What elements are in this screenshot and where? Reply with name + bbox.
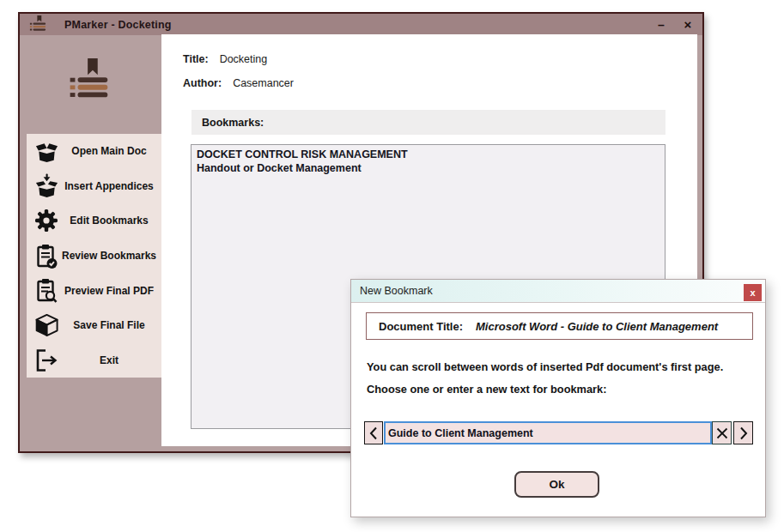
title-label: Title: — [183, 53, 209, 65]
sidebar-item-insert-appendices[interactable]: Insert Appendices — [27, 169, 161, 204]
sidebar-item-label: Edit Bookmarks — [60, 215, 161, 227]
previous-word-button[interactable] — [364, 421, 383, 444]
insert-box-icon — [33, 173, 60, 199]
sidebar-item-label: Preview Final PDF — [60, 285, 161, 297]
sidebar-item-edit-bookmarks[interactable]: Edit Bookmarks — [27, 203, 161, 239]
app-logo-icon — [27, 15, 50, 34]
clipboard-search-icon — [33, 278, 60, 304]
sidebar-logo-icon — [66, 57, 116, 105]
bookmark-text-input[interactable] — [384, 421, 712, 444]
window-title: PMarker - Docketing — [64, 19, 172, 31]
doc-author-row: Author:Casemancer — [183, 77, 294, 89]
minimize-button[interactable]: – — [648, 14, 674, 35]
clipboard-check-icon — [33, 243, 60, 269]
gear-icon — [33, 208, 60, 233]
dialog-title: New Bookmark — [360, 285, 433, 297]
bookmarks-label: Bookmarks: — [202, 117, 264, 129]
dialog-close-button[interactable]: x — [744, 284, 762, 301]
author-label: Author: — [183, 77, 222, 89]
document-title-value: Microsoft Word - Guide to Client Managem… — [476, 320, 718, 333]
exit-icon — [33, 348, 60, 373]
document-title-label: Document Title: — [379, 320, 463, 333]
main-titlebar[interactable]: PMarker - Docketing – × — [20, 14, 702, 35]
chevron-right-icon — [738, 426, 749, 440]
sidebar-item-open-main-doc[interactable]: Open Main Doc — [27, 134, 161, 169]
next-word-button[interactable] — [733, 421, 753, 444]
title-value: Docketing — [220, 53, 268, 65]
ok-button[interactable]: Ok — [514, 471, 599, 498]
sidebar-item-save-final-file[interactable]: Save Final File — [27, 308, 161, 343]
sidebar-panel: Open Main Doc Insert Appendices — [27, 134, 161, 378]
document-title-box: Document Title: Microsoft Word - Guide t… — [366, 312, 753, 340]
sidebar-item-preview-final-pdf[interactable]: Preview Final PDF — [27, 273, 161, 308]
open-box-icon — [33, 138, 60, 164]
sidebar-item-label: Open Main Doc — [60, 145, 161, 157]
chevron-left-icon — [368, 426, 379, 440]
sidebar-item-exit[interactable]: Exit — [27, 342, 161, 378]
instruction-line-1: You can scroll between words of inserted… — [367, 360, 723, 373]
list-item[interactable]: DOCKET CONTROL RISK MANAGEMENT — [197, 148, 659, 161]
sidebar-item-label: Review Bookmarks — [60, 250, 161, 262]
instruction-line-2: Choose one or enter a new text for bookm… — [367, 383, 606, 396]
new-bookmark-dialog: New Bookmark x Document Title: Microsoft… — [350, 279, 766, 517]
sidebar-item-label: Exit — [60, 354, 161, 366]
close-button[interactable]: × — [675, 14, 701, 35]
sidebar-item-label: Insert Appendices — [60, 180, 161, 192]
package-icon — [33, 312, 60, 338]
author-value: Casemancer — [233, 77, 294, 89]
doc-title-row: Title:Docketing — [183, 53, 267, 65]
bookmarks-header-strip: Bookmarks: — [191, 110, 665, 135]
list-item[interactable]: Handout or Docket Management — [197, 161, 659, 175]
clear-text-button[interactable] — [712, 421, 732, 444]
sidebar-item-review-bookmarks[interactable]: Review Bookmarks — [27, 239, 161, 274]
sidebar-item-label: Save Final File — [60, 319, 161, 331]
x-clear-icon — [716, 427, 728, 439]
desktop-canvas: PMarker - Docketing – × — [0, 0, 784, 532]
dialog-titlebar[interactable]: New Bookmark — [351, 280, 765, 303]
